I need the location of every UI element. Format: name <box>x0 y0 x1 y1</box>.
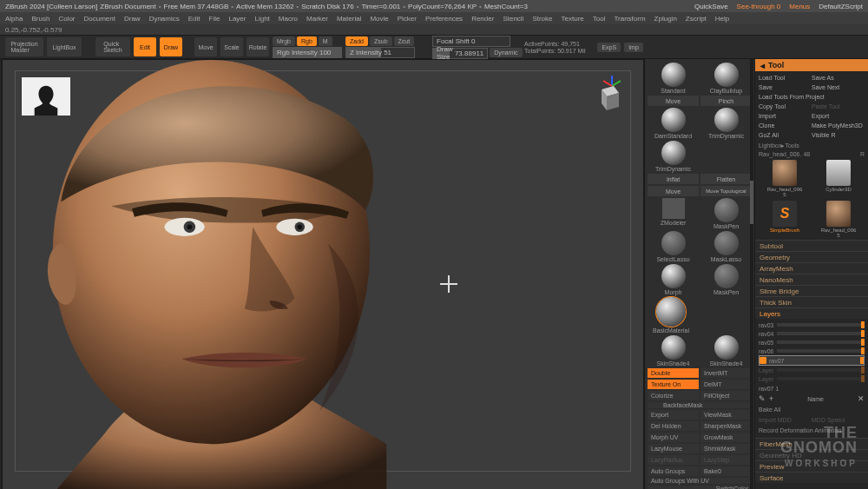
menu-item[interactable]: Stencil <box>503 15 523 23</box>
section-arraymesh[interactable]: ArrayMesh <box>755 262 868 274</box>
backfacemask-button[interactable]: BackfaceMask <box>648 402 752 408</box>
draw-size-slider[interactable]: Draw Size 73.88911 <box>432 48 488 59</box>
tool-ravhead2[interactable]: Rav_head_0065 <box>812 201 865 238</box>
lazymouse-button[interactable]: LazyMouse <box>648 444 699 453</box>
importmdd-button[interactable]: Import MDD <box>759 417 812 426</box>
zadd-chip[interactable]: Zadd <box>345 36 368 46</box>
menu-item[interactable]: Brush <box>31 15 49 23</box>
layer-row[interactable]: Layer <box>759 374 865 383</box>
mat-skinshade4b[interactable]: SkinShade4 <box>700 335 752 367</box>
bake0-button[interactable]: Bake0 <box>700 466 752 476</box>
visible-button[interactable]: Visible R <box>812 130 865 140</box>
projection-master-button[interactable]: Projection Master <box>5 37 43 56</box>
brush-selectlasso[interactable]: SelectLasso <box>648 231 699 262</box>
imp-button[interactable]: Imp <box>624 43 643 52</box>
export-button2[interactable]: Export <box>812 111 865 121</box>
section-layers[interactable]: Layers <box>755 307 868 319</box>
layer-dup-icon[interactable]: + <box>769 394 773 403</box>
menu-item[interactable]: Dynamics <box>149 15 180 23</box>
clone-button[interactable]: Clone <box>759 121 812 130</box>
autogroups-uv-button[interactable]: Auto Groups With UV <box>648 478 752 484</box>
brush-inflat[interactable]: Inflat <box>648 174 699 184</box>
brush-masklasso[interactable]: MaskLasso <box>700 231 752 262</box>
brush-trimdynamic[interactable]: TrimDynamic <box>700 108 752 139</box>
section-subtool[interactable]: Subtool <box>755 240 868 251</box>
edit-button[interactable]: Edit <box>134 37 156 56</box>
menu-item[interactable]: Macro <box>279 15 298 23</box>
menu-item[interactable]: File <box>209 15 220 23</box>
delhidden-button[interactable]: Del Hidden <box>648 421 699 431</box>
brush-standard[interactable]: Standard <box>648 63 699 94</box>
export-button[interactable]: Export <box>648 410 699 420</box>
menu-item[interactable]: Help <box>715 15 729 23</box>
tool-breadcrumb[interactable]: Lightbox▸Tools <box>755 142 868 150</box>
makepolymesh-button[interactable]: Make PolyMesh3D <box>812 121 865 130</box>
lazystep-button[interactable]: LazyStep <box>700 455 752 465</box>
invertmt-button[interactable]: InvertMT <box>700 368 752 378</box>
savenext-button[interactable]: Save Next <box>812 83 865 92</box>
menu-item[interactable]: Marker <box>306 15 328 23</box>
layer-row[interactable]: rav03 <box>759 320 865 329</box>
viewport[interactable] <box>2 59 644 489</box>
exps-button[interactable]: ExpS <box>597 43 621 52</box>
menu-item[interactable]: Transform <box>614 15 645 23</box>
menu-item[interactable]: Zscript <box>686 15 707 23</box>
menu-item[interactable]: Tool <box>593 15 606 23</box>
goz-button[interactable]: GoZ All <box>759 130 812 140</box>
z-intensity-slider[interactable]: Z Intensity 51 <box>345 47 415 58</box>
brush-flatten[interactable]: Flatten <box>700 174 752 184</box>
brush-zmodeler[interactable]: ZModeler <box>648 198 699 229</box>
scale-button[interactable]: Scale <box>220 37 243 56</box>
tool-ravhead[interactable]: Rav_head_0065 <box>759 160 811 197</box>
save-button[interactable]: Save <box>759 83 812 92</box>
loadtool-button[interactable]: Load Tool <box>759 73 812 83</box>
import-button[interactable]: Import <box>759 111 812 121</box>
layer-row[interactable]: Layer <box>759 366 865 374</box>
saveas-button[interactable]: Save As <box>812 73 865 83</box>
mat-skinshade4[interactable]: SkinShade4 <box>648 335 699 367</box>
menu-item[interactable]: Color <box>58 15 75 23</box>
mrgb-chip[interactable]: Mrgb <box>273 36 295 46</box>
section-geometry[interactable]: Geometry <box>755 251 868 262</box>
layer-row[interactable]: rav05 <box>759 338 865 347</box>
menu-item[interactable]: Draw <box>124 15 141 23</box>
brush-move-btn[interactable]: Move <box>648 96 699 106</box>
material-basic[interactable]: BasicMaterial <box>648 297 694 334</box>
brush-pinch-btn[interactable]: Pinch <box>700 96 752 106</box>
brush-morph[interactable]: Morph <box>648 264 699 295</box>
layer-row[interactable]: rav04 <box>759 329 865 338</box>
brush-damstandard[interactable]: DamStandard <box>648 108 699 139</box>
layer-row-selected[interactable]: rav07 <box>759 355 865 366</box>
double-toggle[interactable]: Double <box>648 368 699 378</box>
switchcolor-button[interactable]: SwitchColor <box>648 486 752 489</box>
brush-movetopo[interactable]: Move Topological <box>700 186 752 196</box>
rgb-intensity-slider[interactable]: Rgb Intensity 100 <box>273 47 342 58</box>
rotate-button[interactable]: Rotate <box>247 37 269 56</box>
layer-del-icon[interactable]: ✕ <box>858 394 865 403</box>
menu-item[interactable]: Texture <box>562 15 584 23</box>
layer-new-icon[interactable]: ✎ <box>759 394 766 403</box>
quicksketch-button[interactable]: Quick Sketch <box>95 37 130 56</box>
lazyradius-button[interactable]: LazyRadius <box>648 455 699 465</box>
layer-row[interactable]: rav06 <box>759 347 865 355</box>
menu-item[interactable]: Document <box>84 15 115 23</box>
pastetool-button[interactable]: Paste Tool <box>812 102 865 111</box>
zcut-chip[interactable]: Zcut <box>394 36 415 46</box>
brush-move2[interactable]: Move <box>648 186 699 196</box>
section-slimebridge[interactable]: Slime Bridge <box>755 285 868 296</box>
section-thickskin[interactable]: Thick Skin <box>755 296 868 307</box>
rgb-chip[interactable]: Rgb <box>297 36 317 46</box>
growmask-button[interactable]: GrowMask <box>700 433 752 442</box>
viewmask-button[interactable]: ViewMask <box>700 410 752 420</box>
brush-maskpen[interactable]: MaskPen <box>700 198 752 229</box>
menu-item[interactable]: Picker <box>398 15 417 23</box>
copytool-button[interactable]: Copy Tool <box>759 102 812 111</box>
section-surface[interactable]: Surface <box>755 472 868 483</box>
menus-toggle[interactable]: Menus <box>789 3 810 10</box>
brush-scrollbar[interactable] <box>750 59 753 489</box>
menu-item[interactable]: Movie <box>370 15 388 23</box>
loadproject-button[interactable]: Load Tools From Project <box>759 92 865 102</box>
menu-item[interactable]: Zplugin <box>654 15 677 23</box>
menu-item[interactable]: Preferences <box>425 15 463 23</box>
bakeall-button[interactable]: Bake All <box>759 406 812 415</box>
